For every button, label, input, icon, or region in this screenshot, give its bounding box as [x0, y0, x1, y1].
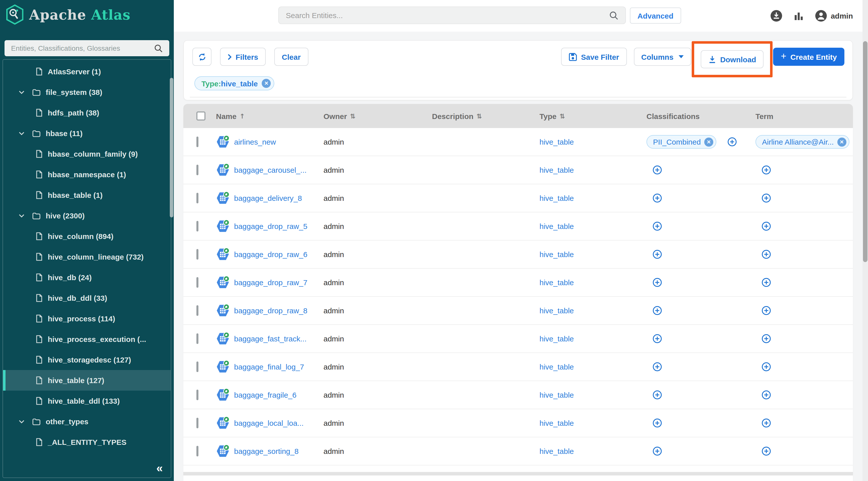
tree-item[interactable]: hive_column (894): [3, 226, 171, 247]
tag-chip[interactable]: PII_Combined ×: [647, 135, 716, 149]
add-icon[interactable]: [721, 137, 737, 147]
tree-item[interactable]: hive_column_lineage (732): [3, 247, 171, 267]
row-checkbox[interactable]: [196, 305, 198, 316]
row-checkbox[interactable]: [196, 418, 198, 428]
row-checkbox[interactable]: [196, 390, 198, 400]
entity-name-link[interactable]: baggage_fragile_6: [234, 391, 297, 399]
row-checkbox[interactable]: [196, 165, 198, 175]
row-checkbox[interactable]: [196, 249, 198, 260]
row-checkbox[interactable]: [196, 277, 198, 288]
save-filter-button[interactable]: Save Filter: [561, 48, 627, 66]
type-link[interactable]: hive_table: [539, 334, 574, 343]
tree-item[interactable]: hive_table_ddl (133): [3, 391, 171, 411]
filters-button[interactable]: Filters: [220, 48, 266, 66]
add-icon[interactable]: [755, 221, 771, 231]
tree-item[interactable]: other_types: [3, 411, 171, 432]
type-link[interactable]: hive_table: [539, 391, 574, 399]
select-all-checkbox[interactable]: [196, 111, 206, 121]
entity-name-link[interactable]: baggage_fast_track...: [234, 334, 307, 343]
chevron-down-icon[interactable]: [19, 214, 26, 218]
add-icon[interactable]: [755, 446, 771, 456]
add-icon[interactable]: [647, 193, 662, 203]
type-link[interactable]: hive_table: [539, 419, 574, 427]
type-link[interactable]: hive_table: [539, 194, 574, 202]
tree-item[interactable]: file_system (38): [3, 82, 171, 102]
add-icon[interactable]: [755, 390, 771, 400]
remove-filter-icon[interactable]: ×: [262, 79, 271, 88]
type-link[interactable]: hive_table: [539, 250, 574, 259]
add-icon[interactable]: [647, 390, 662, 400]
sidebar-scrollbar[interactable]: [170, 78, 173, 217]
add-icon[interactable]: [755, 362, 771, 372]
column-header-owner[interactable]: Owner⇅: [323, 112, 432, 120]
type-link[interactable]: hive_table: [539, 137, 574, 146]
entity-name-link[interactable]: baggage_final_log_7: [234, 362, 304, 371]
entity-name-link[interactable]: baggage_drop_raw_6: [234, 250, 307, 259]
remove-tag-icon[interactable]: ×: [837, 137, 846, 147]
tree-item[interactable]: hive_process_execution (...: [3, 329, 171, 349]
search-icon[interactable]: [609, 11, 618, 20]
add-icon[interactable]: [647, 165, 662, 175]
refresh-button[interactable]: [192, 48, 212, 66]
sidebar-collapse-button[interactable]: «: [156, 462, 163, 474]
column-header-description[interactable]: Description⇅: [432, 112, 539, 120]
tree-item[interactable]: hive (2300): [3, 205, 171, 226]
entity-name-link[interactable]: baggage_delivery_8: [234, 194, 302, 202]
add-icon[interactable]: [647, 446, 662, 456]
tree-item[interactable]: AtlasServer (1): [3, 61, 171, 82]
add-icon[interactable]: [647, 362, 662, 372]
entity-name-link[interactable]: baggage_drop_raw_8: [234, 306, 307, 315]
row-checkbox[interactable]: [196, 333, 198, 344]
type-link[interactable]: hive_table: [539, 306, 574, 315]
sidebar-search-input[interactable]: [4, 44, 154, 52]
add-icon[interactable]: [647, 334, 662, 344]
add-icon[interactable]: [755, 334, 771, 344]
tree-item[interactable]: hive_db_ddl (33): [3, 288, 171, 308]
column-header-type[interactable]: Type⇅: [539, 112, 647, 120]
add-icon[interactable]: [647, 221, 662, 231]
page-scrollbar-track[interactable]: [863, 0, 868, 481]
row-checkbox[interactable]: [196, 221, 198, 231]
entity-name-link[interactable]: airlines_new: [234, 137, 276, 146]
row-checkbox[interactable]: [196, 136, 198, 147]
statistics-icon[interactable]: [794, 11, 804, 21]
tree-item[interactable]: hive_storagedesc (127): [3, 349, 171, 370]
add-icon[interactable]: [755, 418, 771, 428]
tree-item[interactable]: hbase_table (1): [3, 185, 171, 205]
tree-item[interactable]: hive_process (114): [3, 308, 171, 329]
type-link[interactable]: hive_table: [539, 222, 574, 230]
add-icon[interactable]: [755, 278, 771, 287]
downloads-icon[interactable]: [770, 9, 783, 22]
search-icon[interactable]: [154, 44, 163, 53]
entity-name-link[interactable]: baggage_carousel_...: [234, 166, 307, 174]
type-link[interactable]: hive_table: [539, 166, 574, 174]
add-icon[interactable]: [647, 250, 662, 259]
add-icon[interactable]: [755, 250, 771, 259]
add-icon[interactable]: [755, 165, 771, 175]
entity-name-link[interactable]: baggage_sorting_8: [234, 447, 299, 455]
entity-name-link[interactable]: baggage_drop_raw_7: [234, 278, 307, 287]
tree-item[interactable]: hive_db (24): [3, 267, 171, 288]
add-icon[interactable]: [755, 193, 771, 203]
add-icon[interactable]: [647, 278, 662, 287]
type-link[interactable]: hive_table: [539, 362, 574, 371]
download-button[interactable]: Download: [701, 50, 764, 68]
entity-name-link[interactable]: baggage_drop_raw_5: [234, 222, 307, 230]
type-link[interactable]: hive_table: [539, 447, 574, 455]
chevron-down-icon[interactable]: [19, 131, 26, 135]
chevron-down-icon[interactable]: [19, 90, 26, 94]
create-entity-button[interactable]: + Create Entity: [773, 48, 844, 66]
type-link[interactable]: hive_table: [539, 278, 574, 287]
tree-item[interactable]: hbase_namespace (1): [3, 164, 171, 185]
chevron-down-icon[interactable]: [19, 419, 26, 423]
entity-search-input[interactable]: [279, 11, 609, 20]
entity-name-link[interactable]: baggage_local_loa...: [234, 419, 304, 427]
tree-item[interactable]: hive_table (127): [3, 370, 171, 391]
add-icon[interactable]: [647, 306, 662, 315]
tree-item[interactable]: hbase_column_family (9): [3, 143, 171, 164]
tree-item[interactable]: hbase (11): [3, 123, 171, 143]
user-menu[interactable]: admin: [815, 9, 853, 22]
clear-button[interactable]: Clear: [274, 48, 308, 66]
advanced-search-button[interactable]: Advanced: [630, 7, 681, 24]
tree-item[interactable]: _ALL_ENTITY_TYPES: [3, 432, 171, 452]
